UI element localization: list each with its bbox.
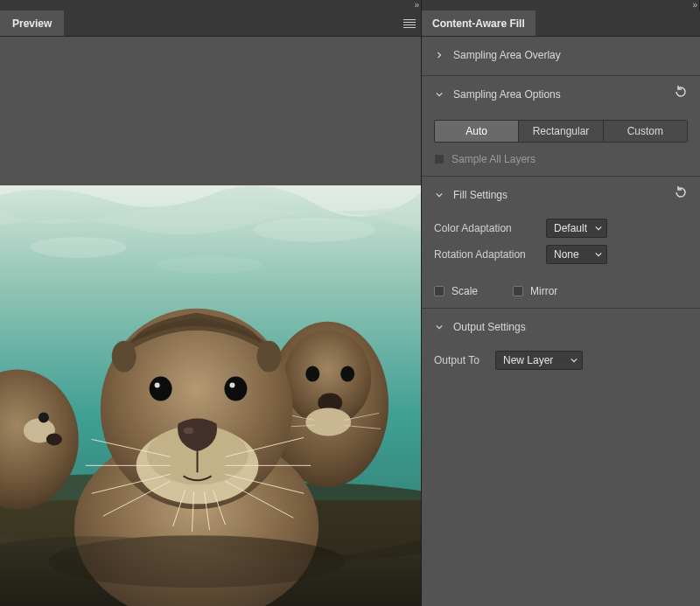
mirror-label: Mirror [530,285,557,297]
section-sampling-options: Sampling Area Options Auto Rectangular C… [422,76,700,177]
svg-point-10 [46,433,62,445]
chevron-down-icon [570,357,578,364]
section-title: Sampling Area Overlay [453,49,561,61]
section-fill-settings: Fill Settings Color Adaptation Default R… [422,177,700,309]
section-title: Fill Settings [453,189,508,201]
section-title: Sampling Area Options [453,88,561,101]
mirror-checkbox[interactable] [513,286,523,296]
tab-preview[interactable]: Preview [0,10,64,36]
flyout-icon[interactable]: » [414,0,417,10]
sample-all-layers-row: Sample All Layers [434,153,688,165]
chevron-down-icon[interactable] [434,324,444,331]
select-value: None [554,248,579,261]
svg-point-24 [256,341,281,373]
sampling-mode-custom-button[interactable]: Custom [604,121,687,142]
scale-checkbox[interactable] [434,286,444,296]
select-value: Default [554,222,587,234]
chevron-down-icon [595,225,602,232]
svg-point-25 [150,377,172,401]
preview-image [0,185,421,606]
tab-label: Preview [12,17,52,30]
reset-icon[interactable] [674,85,688,99]
preview-panel: Preview [0,10,422,606]
chevron-down-icon[interactable] [434,91,444,98]
mirror-row: Mirror [513,285,557,297]
tab-content-aware-fill[interactable]: Content-Aware Fill [422,10,536,36]
preview-viewport[interactable] [0,37,421,606]
select-value: New Layer [503,354,553,366]
output-to-label: Output To [434,354,486,366]
svg-point-31 [184,427,194,434]
scale-label: Scale [452,285,478,297]
color-adaptation-label: Color Adaptation [434,222,537,234]
sampling-mode-auto-button[interactable]: Auto [435,121,519,142]
svg-point-28 [229,383,234,388]
svg-point-3 [158,256,262,274]
rotation-adaptation-label: Rotation Adaptation [434,248,537,261]
flyout-icon[interactable]: » [692,0,696,10]
chevron-down-icon[interactable] [434,192,444,199]
output-to-select[interactable]: New Layer [495,351,583,370]
panel-menu-button[interactable] [403,10,416,37]
svg-point-16 [305,407,351,435]
chevron-right-icon[interactable] [434,52,444,59]
sampling-mode-segmented: Auto Rectangular Custom [434,120,688,143]
scale-row: Scale [434,285,478,297]
svg-point-13 [305,366,319,382]
content-aware-fill-panel: Content-Aware Fill Sampling Area Overlay… [422,10,700,606]
section-title: Output Settings [453,321,526,333]
color-adaptation-select[interactable]: Default [546,219,607,238]
svg-point-9 [38,412,49,422]
rotation-adaptation-select[interactable]: None [546,245,607,264]
svg-point-27 [224,377,247,401]
tab-label: Content-Aware Fill [432,17,525,30]
svg-point-23 [112,341,136,373]
sample-all-layers-checkbox [434,154,444,164]
sample-all-layers-label: Sample All Layers [452,153,536,165]
svg-point-2 [253,218,375,242]
section-sampling-overlay: Sampling Area Overlay [422,37,700,76]
hamburger-icon [403,19,416,28]
section-output-settings: Output Settings Output To New Layer [422,309,700,380]
svg-point-1 [31,237,127,258]
svg-point-26 [155,383,160,388]
svg-point-14 [340,366,354,382]
sampling-mode-rectangular-button[interactable]: Rectangular [519,121,603,142]
chevron-down-icon [595,251,602,258]
reset-icon[interactable] [674,185,688,199]
